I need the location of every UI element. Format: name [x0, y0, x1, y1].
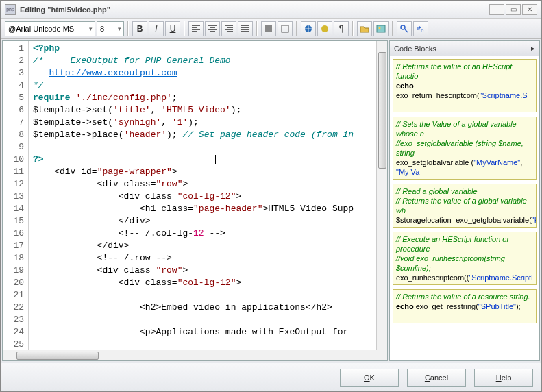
align-justify-button[interactable]: [238, 21, 253, 36]
snippet-item[interactable]: // Execute an HEScript function or proce…: [393, 232, 537, 285]
svg-point-5: [379, 27, 381, 29]
separator: [352, 21, 354, 36]
snippet-item[interactable]: // Read a global variable // Returns the…: [393, 184, 537, 228]
help-button[interactable]: Help: [474, 369, 533, 387]
separator: [184, 21, 185, 36]
underline-button[interactable]: U: [165, 21, 180, 36]
main-area: 1234567891011121314151617181920212223242…: [1, 39, 541, 363]
separator: [127, 21, 129, 36]
horizontal-scrollbar[interactable]: [3, 350, 387, 360]
chevron-right-icon[interactable]: ▸: [531, 44, 535, 53]
toolbar: @Arial Unicode MS 8 B I U ¶ ab: [1, 19, 541, 39]
paragraph-button[interactable]: ¶: [334, 21, 349, 36]
cancel-button[interactable]: Cancel: [407, 369, 466, 387]
script-button[interactable]: [317, 21, 332, 36]
text-caret: [215, 155, 216, 164]
app-icon: php: [5, 4, 16, 15]
maximize-button[interactable]: ▭: [506, 4, 521, 15]
svg-rect-1: [282, 25, 288, 32]
snippet-item[interactable]: // Sets the Value of a global variable w…: [393, 117, 537, 180]
code-blocks-header: Code Blocks▸: [390, 41, 539, 56]
titlebar: php Editing "html5video.php" — ▭ ✕: [1, 1, 541, 19]
text-color-button[interactable]: [278, 21, 293, 36]
fill-color-button[interactable]: [261, 21, 276, 36]
svg-rect-0: [265, 25, 272, 32]
find-button[interactable]: [397, 21, 412, 36]
snippet-item[interactable]: // Returns the value of a resource strin…: [393, 289, 537, 323]
svg-point-6: [401, 25, 405, 29]
editor-window: php Editing "html5video.php" — ▭ ✕ @Aria…: [0, 0, 542, 392]
code-editor[interactable]: 1234567891011121314151617181920212223242…: [2, 40, 388, 361]
separator: [256, 21, 258, 36]
separator: [392, 21, 393, 36]
close-button[interactable]: ✕: [522, 4, 537, 15]
replace-button[interactable]: ab: [413, 21, 428, 36]
image-button[interactable]: [373, 21, 389, 36]
dialog-footer: OK Cancel Help: [1, 363, 541, 391]
italic-button[interactable]: I: [149, 21, 164, 36]
code-area[interactable]: <?php /* ExeOutput for PHP General Demo …: [29, 41, 376, 350]
align-center-button[interactable]: [205, 21, 220, 36]
snippet-item[interactable]: // Returns the value of an HEScript func…: [393, 59, 537, 112]
svg-text:b: b: [421, 27, 424, 34]
vertical-scrollbar[interactable]: [376, 41, 387, 350]
line-gutter: 1234567891011121314151617181920212223242…: [3, 41, 29, 350]
font-size-combo[interactable]: 8: [97, 21, 124, 36]
bold-button[interactable]: B: [132, 21, 147, 36]
folder-button[interactable]: [357, 21, 372, 36]
align-left-button[interactable]: [188, 21, 204, 36]
code-blocks-panel: Code Blocks▸ // Returns the value of an …: [389, 40, 540, 361]
separator: [296, 21, 297, 36]
svg-point-3: [321, 25, 328, 32]
window-title: Editing "html5video.php": [20, 5, 488, 14]
minimize-button[interactable]: —: [489, 4, 504, 15]
svg-rect-4: [377, 25, 385, 32]
web-button[interactable]: [301, 21, 316, 36]
align-right-button[interactable]: [221, 21, 236, 36]
font-family-combo[interactable]: @Arial Unicode MS: [5, 21, 95, 36]
ok-button[interactable]: OK: [340, 369, 399, 387]
